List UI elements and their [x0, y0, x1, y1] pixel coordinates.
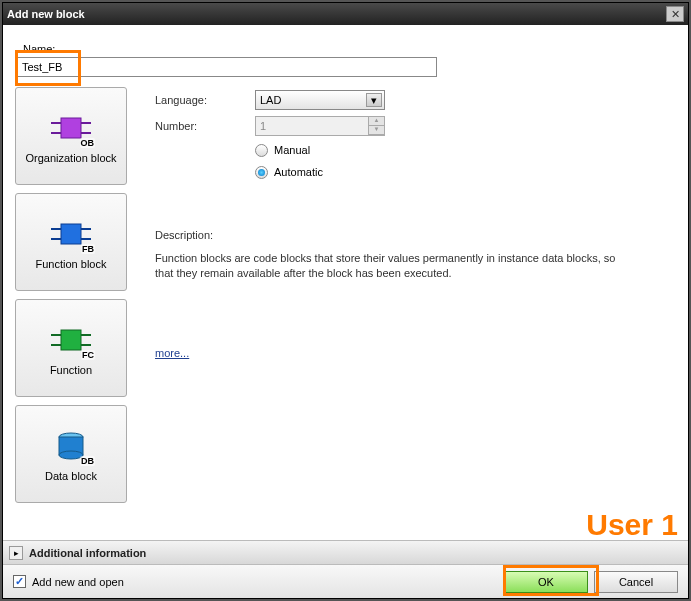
description-text: Function blocks are code blocks that sto… — [155, 251, 635, 281]
number-value: 1 — [260, 120, 266, 132]
number-row: Number: 1 ▲▼ — [155, 113, 676, 139]
close-icon: ✕ — [671, 8, 680, 21]
automatic-label: Automatic — [274, 166, 323, 178]
ob-icon: OB — [47, 108, 95, 148]
language-row: Language: LAD ▾ — [155, 87, 676, 113]
window-title: Add new block — [7, 8, 666, 20]
fc-icon: FC — [47, 320, 95, 360]
dialog-footer: Add new and open OK Cancel — [3, 564, 688, 598]
number-input: 1 ▲▼ — [255, 116, 385, 136]
expand-chevron-icon: ▸ — [9, 546, 23, 560]
dialog-body: Name: OB Organization block FB F — [3, 25, 688, 564]
ok-button[interactable]: OK — [504, 571, 588, 593]
language-value: LAD — [260, 94, 281, 106]
close-button[interactable]: ✕ — [666, 6, 684, 22]
dialog-window: Add new block ✕ Name: OB Organization bl… — [2, 2, 689, 599]
dropdown-arrow-icon: ▾ — [366, 93, 382, 107]
additional-info-title: Additional information — [29, 547, 146, 559]
title-bar: Add new block ✕ — [3, 3, 688, 25]
block-type-ob[interactable]: OB Organization block — [15, 87, 127, 185]
manual-radio[interactable]: Manual — [255, 139, 676, 161]
language-label: Language: — [155, 94, 255, 106]
language-select[interactable]: LAD ▾ — [255, 90, 385, 110]
block-type-db[interactable]: DB Data block — [15, 405, 127, 503]
content-area: OB Organization block FB Function block … — [3, 87, 688, 503]
more-link[interactable]: more... — [155, 347, 189, 359]
ok-label: OK — [538, 576, 554, 588]
cancel-label: Cancel — [619, 576, 653, 588]
ob-tag: OB — [80, 138, 96, 148]
ob-label: Organization block — [25, 152, 116, 164]
name-input[interactable] — [17, 57, 437, 77]
name-label: Name: — [23, 43, 674, 55]
fb-label: Function block — [36, 258, 107, 270]
fb-tag: FB — [81, 244, 95, 254]
cancel-button[interactable]: Cancel — [594, 571, 678, 593]
db-icon: DB — [47, 426, 95, 466]
name-area: Name: — [3, 25, 688, 81]
fc-tag: FC — [81, 350, 95, 360]
details-panel: Language: LAD ▾ Number: 1 ▲▼ Manual — [127, 87, 680, 503]
svg-rect-10 — [61, 330, 81, 350]
automatic-radio[interactable]: Automatic — [255, 161, 676, 183]
add-open-label: Add new and open — [32, 576, 124, 588]
block-type-fc[interactable]: FC Function — [15, 299, 127, 397]
number-spinner: ▲▼ — [368, 117, 384, 135]
radio-icon — [255, 144, 268, 157]
block-type-sidebar: OB Organization block FB Function block … — [15, 87, 127, 503]
svg-rect-0 — [61, 118, 81, 138]
manual-label: Manual — [274, 144, 310, 156]
description-title: Description: — [155, 229, 676, 241]
fb-icon: FB — [47, 214, 95, 254]
db-tag: DB — [80, 456, 95, 466]
number-label: Number: — [155, 120, 255, 132]
fc-label: Function — [50, 364, 92, 376]
annotation-user1: User 1 — [586, 508, 678, 542]
radio-icon — [255, 166, 268, 179]
svg-rect-5 — [61, 224, 81, 244]
add-open-checkbox[interactable] — [13, 575, 26, 588]
db-label: Data block — [45, 470, 97, 482]
additional-info-bar[interactable]: ▸ Additional information — [3, 540, 688, 564]
block-type-fb[interactable]: FB Function block — [15, 193, 127, 291]
